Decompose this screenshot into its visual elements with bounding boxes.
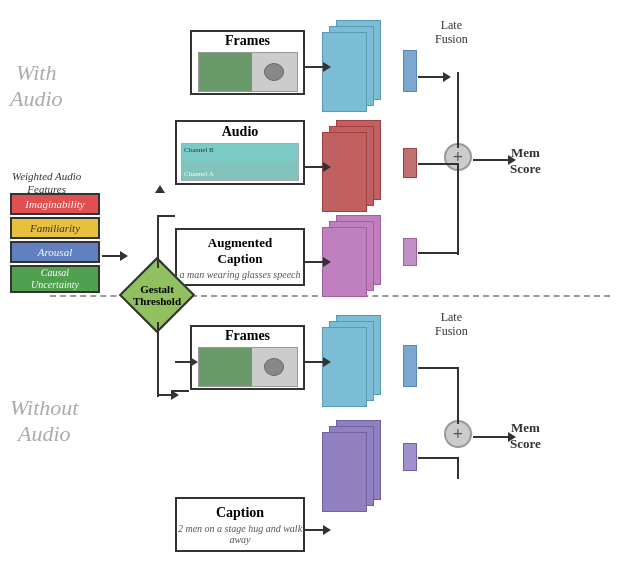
arrow-plus-mem-bottom <box>473 432 516 442</box>
top-blue-bar <box>403 50 417 92</box>
bottom-h-purple-connect <box>418 457 457 459</box>
diagram: WithAudio WithoutAudio Frames + LateFusi… <box>0 0 640 588</box>
h-bottom-frames-line <box>171 390 189 392</box>
with-audio-label: WithAudio <box>10 60 63 113</box>
top-pink-bar <box>403 238 417 266</box>
bottom-frames-box: Frames <box>190 325 305 390</box>
feature-familiarity: Familiarity <box>10 217 100 239</box>
top-audio-box: Audio Channel B Channel A <box>175 120 305 185</box>
top-v-connector <box>457 72 459 148</box>
without-audio-label: WithoutAudio <box>10 395 78 448</box>
feature-imaginability: Imaginability <box>10 193 100 215</box>
v-up-audio <box>157 215 159 268</box>
bottom-blue-bar <box>403 345 417 387</box>
top-aug-caption-sub: a man wearing glasses speech <box>179 269 300 280</box>
arrow-augcap-pink <box>305 257 331 267</box>
arrow-caption-purple <box>305 525 331 535</box>
bottom-caption-sub: 2 men on a stage hug and walk away <box>177 523 303 545</box>
arrow-bottom-frames-blue <box>305 357 331 367</box>
top-late-fusion-label: LateFusion <box>435 18 468 47</box>
bottom-purple-bar <box>403 443 417 471</box>
top-h-pink-connect <box>418 252 457 254</box>
gestalt-label: GestaltThreshold <box>118 271 196 319</box>
h-audio-connect <box>157 215 175 217</box>
top-v-connector2 <box>457 163 459 213</box>
top-frames-title: Frames <box>225 33 270 49</box>
arrow-head-up-audio <box>155 185 165 193</box>
bottom-frames-title: Frames <box>225 328 270 344</box>
feature-arousal: Arousal <box>10 241 100 263</box>
bottom-h-blue-connect <box>418 367 457 369</box>
top-h-red-connect <box>418 163 457 165</box>
arrow-blue-plus <box>418 72 451 82</box>
bottom-caption-box: Caption 2 men on a stage hug and walk aw… <box>175 497 305 552</box>
arrow-to-bottom-frames <box>175 357 198 367</box>
top-aug-caption-title: AugmentedCaption <box>208 235 272 267</box>
feature-causal: CausalUncertainty <box>10 265 100 293</box>
top-red-bar <box>403 148 417 178</box>
bottom-v-connector2 <box>457 457 459 479</box>
top-v-connector3 <box>457 213 459 255</box>
bottom-plus-circle: + <box>444 420 472 448</box>
arrow-features-diamond <box>102 251 128 261</box>
arrow-audio-red <box>305 162 331 172</box>
bottom-late-fusion-label: LateFusion <box>435 310 468 339</box>
top-audio-title: Audio <box>222 124 259 140</box>
top-frames-box: Frames <box>190 30 305 95</box>
bottom-caption-title: Caption <box>216 505 264 521</box>
arrow-frames-blue <box>305 62 331 72</box>
arrow-plus-mem-top <box>473 155 516 165</box>
v-down-diamond <box>157 322 159 397</box>
bottom-v-connector <box>457 367 459 424</box>
